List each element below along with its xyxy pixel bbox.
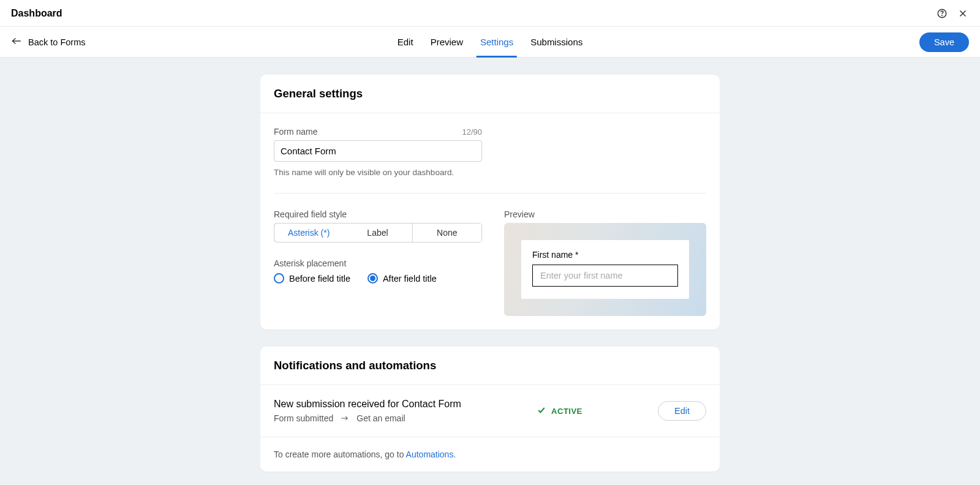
automation-row: New submission received for Contact Form… [260,385,720,437]
tab-settings[interactable]: Settings [480,27,513,57]
preview-field-label: First name * [532,250,678,260]
save-button[interactable]: Save [919,32,969,52]
radio-icon-checked [368,273,378,284]
notifications-panel: Notifications and automations New submis… [260,347,720,472]
form-name-counter: 12/90 [462,127,482,137]
required-style-segmented: Asterisk (*) Label None [274,223,482,242]
required-style-asterisk[interactable]: Asterisk (*) [274,223,344,242]
placement-before-radio[interactable]: Before field title [274,273,350,284]
preview-label: Preview [504,209,706,219]
automation-name: New submission received for Contact Form [274,399,461,410]
placement-after-label: After field title [383,274,437,284]
arrow-left-icon [11,37,22,47]
status-badge: ACTIVE [537,405,582,417]
form-name-help: This name will only be visible on your d… [274,168,706,177]
preview-input: Enter your first name [532,265,678,287]
automation-trigger-text: Form submitted [274,413,333,423]
radio-icon [274,273,284,284]
edit-automation-button[interactable]: Edit [658,401,706,421]
required-style-none[interactable]: None [413,224,481,242]
preview-card: First name * Enter your first name [521,240,689,299]
tab-submissions[interactable]: Submissions [530,27,582,57]
placement-after-radio[interactable]: After field title [368,273,437,284]
tab-preview[interactable]: Preview [431,27,463,57]
required-style-label: Required field style [274,209,482,219]
svg-point-1 [942,15,943,16]
back-to-forms-link[interactable]: Back to Forms [11,37,85,47]
automations-footer-text: To create more automations, go to [274,449,406,459]
notifications-title: Notifications and automations [274,359,706,372]
required-style-label-option[interactable]: Label [343,224,412,242]
close-icon[interactable] [957,7,969,20]
form-name-label: Form name [274,127,318,137]
tab-edit[interactable]: Edit [398,27,413,57]
check-icon [537,405,546,417]
general-settings-title: General settings [274,87,706,100]
page-title: Dashboard [11,8,62,19]
general-settings-panel: General settings Form name 12/90 This na… [260,75,720,329]
help-icon[interactable] [936,7,948,20]
automation-action-text: Get an email [356,413,405,423]
placement-before-label: Before field title [289,274,350,284]
status-text: ACTIVE [551,407,582,416]
form-name-input[interactable] [274,140,482,162]
preview-box: First name * Enter your first name [504,223,706,316]
arrow-right-icon [341,413,349,423]
back-label: Back to Forms [28,37,85,47]
automations-link[interactable]: Automations. [406,449,456,459]
asterisk-placement-label: Asterisk placement [274,258,482,268]
